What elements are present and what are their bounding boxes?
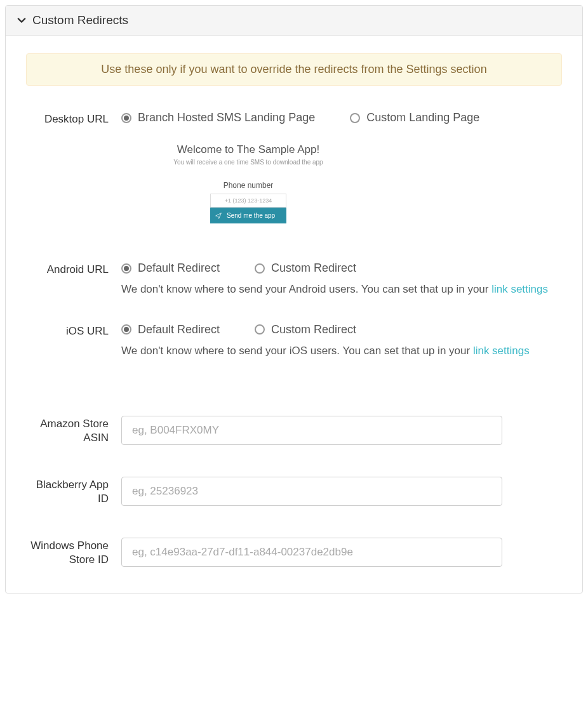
preview-phone-input: +1 (123) 123-1234 (210, 194, 286, 208)
ios-radio-row: Default Redirect Custom Redirect (121, 323, 562, 336)
custom-redirects-panel: Custom Redirects Use these only if you w… (5, 5, 583, 593)
android-hint-text: We don't know where to send your Android… (121, 283, 491, 295)
radio-icon (121, 263, 131, 274)
override-alert: Use these only if you want to override t… (26, 53, 562, 86)
ios-url-label: iOS URL (26, 323, 121, 359)
desktop-url-row: Desktop URL Branch Hosted SMS Landing Pa… (26, 111, 562, 223)
blackberry-appid-content (121, 477, 562, 506)
ios-url-row: iOS URL Default Redirect Custom Redirect… (26, 323, 562, 359)
android-radio-row: Default Redirect Custom Redirect (121, 262, 562, 275)
panel-header[interactable]: Custom Redirects (6, 6, 582, 36)
alert-text: Use these only if you want to override t… (101, 63, 486, 76)
android-url-label: Android URL (26, 262, 121, 298)
desktop-custom-landing-option[interactable]: Custom Landing Page (350, 111, 479, 124)
radio-label: Custom Redirect (271, 323, 356, 336)
android-url-content: Default Redirect Custom Redirect We don'… (121, 262, 562, 298)
preview-subtitle: You will receive a one time SMS to downl… (153, 159, 344, 166)
blackberry-appid-row: Blackberry App ID (26, 477, 562, 506)
ios-hint-text: We don't know where to send your iOS use… (121, 345, 473, 357)
radio-icon (255, 324, 265, 335)
preview-title: Welcome to The Sample App! (153, 143, 344, 156)
windows-storeid-row: Windows Phone Store ID (26, 538, 562, 567)
android-default-redirect-option[interactable]: Default Redirect (121, 262, 220, 275)
desktop-radio-row: Branch Hosted SMS Landing Page Custom La… (121, 111, 562, 124)
android-hint: We don't know where to send your Android… (121, 281, 562, 298)
android-url-row: Android URL Default Redirect Custom Redi… (26, 262, 562, 298)
ios-hint: We don't know where to send your iOS use… (121, 343, 562, 359)
windows-storeid-label: Windows Phone Store ID (26, 538, 121, 567)
panel-body: Use these only if you want to override t… (6, 36, 582, 593)
amazon-asin-label: Amazon Store ASIN (26, 416, 121, 445)
blackberry-appid-input[interactable] (121, 477, 502, 506)
amazon-asin-row: Amazon Store ASIN (26, 416, 562, 445)
send-icon (215, 213, 222, 219)
android-link-settings-link[interactable]: link settings (491, 283, 548, 295)
ios-default-redirect-option[interactable]: Default Redirect (121, 323, 220, 336)
blackberry-appid-label: Blackberry App ID (26, 477, 121, 506)
ios-link-settings-link[interactable]: link settings (473, 345, 530, 357)
radio-icon (350, 113, 360, 123)
desktop-url-content: Branch Hosted SMS Landing Page Custom La… (121, 111, 562, 223)
radio-icon (121, 113, 131, 123)
radio-label: Custom Redirect (271, 262, 356, 275)
windows-storeid-input[interactable] (121, 538, 502, 567)
amazon-asin-input[interactable] (121, 416, 502, 445)
radio-label: Default Redirect (138, 323, 220, 336)
android-custom-redirect-option[interactable]: Custom Redirect (255, 262, 356, 275)
windows-storeid-content (121, 538, 562, 567)
radio-label: Custom Landing Page (366, 111, 479, 124)
radio-icon (255, 263, 265, 274)
radio-label: Branch Hosted SMS Landing Page (138, 111, 315, 124)
desktop-url-label: Desktop URL (26, 111, 121, 223)
radio-label: Default Redirect (138, 262, 220, 275)
chevron-down-icon (17, 16, 26, 25)
desktop-branch-hosted-option[interactable]: Branch Hosted SMS Landing Page (121, 111, 315, 124)
ios-custom-redirect-option[interactable]: Custom Redirect (255, 323, 356, 336)
preview-phone-label: Phone number (153, 181, 344, 190)
ios-url-content: Default Redirect Custom Redirect We don'… (121, 323, 562, 359)
radio-icon (121, 324, 131, 335)
preview-send-button: Send me the app (210, 208, 286, 223)
preview-button-text: Send me the app (227, 212, 275, 219)
panel-title: Custom Redirects (32, 13, 128, 27)
amazon-asin-content (121, 416, 562, 445)
sms-landing-preview: Welcome to The Sample App! You will rece… (153, 143, 344, 223)
